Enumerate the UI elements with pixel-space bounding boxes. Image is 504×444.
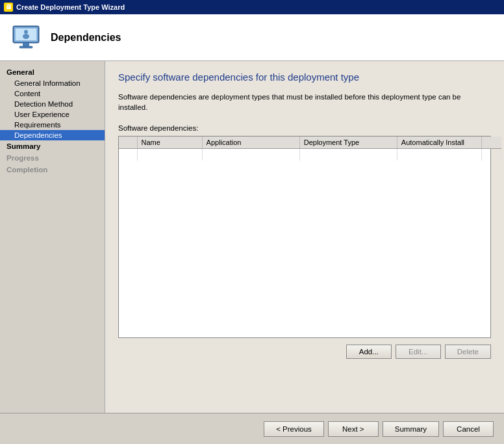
- col-header-deployment-type: Deployment Type: [299, 137, 397, 149]
- sidebar-item-content[interactable]: Content: [0, 88, 105, 99]
- sidebar-item-requirements[interactable]: Requirements: [0, 120, 105, 130]
- title-bar-icon: 🖥: [4, 3, 13, 12]
- sidebar-item-general-information[interactable]: General Information: [0, 78, 105, 88]
- dependencies-table-body: [119, 149, 501, 337]
- title-bar: 🖥 Create Deployment Type Wizard: [0, 0, 504, 14]
- sidebar-item-dependencies[interactable]: Dependencies: [0, 130, 105, 140]
- next-button[interactable]: Next >: [328, 421, 379, 437]
- dependencies-label: Software dependencies:: [118, 124, 491, 132]
- col-header-application: Application: [202, 137, 299, 149]
- empty-row: [119, 149, 501, 161]
- summary-button[interactable]: Summary: [383, 421, 439, 437]
- sidebar-section-general: General: [0, 66, 105, 78]
- sidebar-item-user-experience[interactable]: User Experience: [0, 109, 105, 120]
- sidebar: General General Information Content Dete…: [0, 61, 105, 413]
- col-header-name: Name: [137, 137, 202, 149]
- wizard-footer: < Previous Next > Summary Cancel: [0, 413, 504, 444]
- content-area: Specify software dependencies for this d…: [105, 61, 504, 413]
- svg-rect-3: [19, 46, 32, 48]
- wizard-header-icon: [10, 22, 42, 53]
- sidebar-section-progress: Progress: [0, 152, 105, 164]
- add-button[interactable]: Add...: [346, 345, 392, 359]
- previous-button[interactable]: < Previous: [264, 421, 324, 437]
- content-title: Specify software dependencies for this d…: [118, 72, 491, 83]
- col-header-auto-install: Automatically Install: [397, 137, 481, 149]
- delete-button[interactable]: Delete: [445, 345, 491, 359]
- content-description: Software dependencies are deployment typ…: [118, 92, 491, 112]
- dependencies-table: Name Application Deployment Type Automat…: [119, 137, 501, 337]
- title-bar-title: Create Deployment Type Wizard: [16, 3, 125, 11]
- col-header-num: [119, 137, 137, 149]
- wizard-header: Dependencies: [0, 14, 504, 61]
- wizard-header-title: Dependencies: [51, 32, 121, 44]
- svg-point-6: [23, 34, 29, 39]
- sidebar-section-completion: Completion: [0, 164, 105, 176]
- dependencies-table-container: Name Application Deployment Type Automat…: [118, 136, 491, 338]
- cancel-button[interactable]: Cancel: [443, 421, 494, 437]
- edit-button[interactable]: Edit...: [396, 345, 441, 359]
- sidebar-item-detection-method[interactable]: Detection Method: [0, 99, 105, 109]
- svg-point-5: [24, 30, 28, 34]
- svg-rect-2: [23, 43, 29, 46]
- wizard-body: General General Information Content Dete…: [0, 61, 504, 413]
- col-header-extra: [481, 137, 501, 149]
- table-action-buttons: Add... Edit... Delete: [118, 345, 491, 359]
- sidebar-section-summary: Summary: [0, 140, 105, 152]
